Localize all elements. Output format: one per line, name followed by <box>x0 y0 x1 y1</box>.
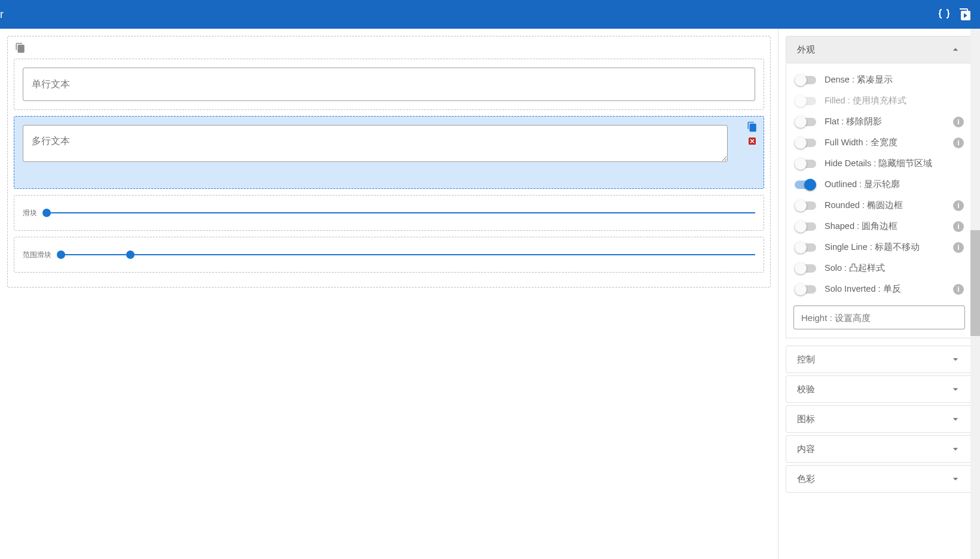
delete-icon[interactable] <box>747 136 758 146</box>
switch[interactable] <box>795 201 816 210</box>
chevron-down-icon <box>950 353 961 365</box>
canvas-block-textarea[interactable] <box>14 116 764 189</box>
toggle-row: Single Line : 标题不移动i <box>793 237 965 258</box>
info-icon[interactable]: i <box>953 221 964 232</box>
height-input[interactable] <box>793 306 965 329</box>
toggle-label: Solo : 凸起样式 <box>825 262 885 274</box>
switch[interactable] <box>795 181 816 189</box>
switch[interactable] <box>795 243 816 252</box>
switch <box>795 97 816 105</box>
canvas-block-slider[interactable]: 滑块 <box>14 195 764 231</box>
toggle-row: Rounded : 椭圆边框i <box>793 195 965 216</box>
section-appearance-body: Dense : 紧凑显示Filled : 使用填充样式Flat : 移除阴影iF… <box>786 63 973 338</box>
section-header[interactable]: 控制 <box>786 346 973 373</box>
topbar: or <box>0 0 980 29</box>
switch[interactable] <box>795 160 816 168</box>
section-header[interactable]: 图标 <box>786 405 973 433</box>
chevron-down-icon <box>950 383 961 395</box>
slider-track[interactable] <box>61 254 755 255</box>
section-title: 色彩 <box>797 474 815 485</box>
canvas-block-textfield[interactable] <box>14 59 764 110</box>
toggle-row: Solo : 凸起样式 <box>793 258 965 279</box>
switch[interactable] <box>795 139 816 147</box>
switch[interactable] <box>795 285 816 294</box>
toggle-label: Filled : 使用填充样式 <box>825 95 906 106</box>
info-icon[interactable]: i <box>953 117 964 127</box>
app-title: or <box>0 8 4 21</box>
toggle-row: Shaped : 圆角边框i <box>793 216 965 237</box>
preview-icon[interactable] <box>957 7 972 22</box>
switch[interactable] <box>795 118 816 126</box>
section-title: 内容 <box>797 444 815 455</box>
section-header[interactable]: 内容 <box>786 435 973 463</box>
section-header[interactable]: 校验 <box>786 375 973 403</box>
toggle-label: Single Line : 标题不移动 <box>825 242 920 253</box>
block-actions <box>747 121 758 146</box>
toggle-row: Solo Inverted : 单反i <box>793 279 965 300</box>
toggle-row: Hide Details : 隐藏细节区域 <box>793 153 965 174</box>
info-icon[interactable]: i <box>953 284 964 295</box>
scrollbar[interactable] <box>970 29 980 559</box>
switch[interactable] <box>795 76 816 84</box>
chevron-down-icon <box>950 413 961 425</box>
chevron-down-icon <box>950 473 961 485</box>
scrollbar-thumb[interactable] <box>970 230 980 336</box>
toggle-label: Rounded : 椭圆边框 <box>825 200 903 211</box>
app-root: or 滑块范围滑块 外观 <box>0 0 980 559</box>
textfield-input[interactable] <box>23 68 755 101</box>
toggle-label: Solo Inverted : 单反 <box>825 283 901 295</box>
section-header[interactable]: 色彩 <box>786 465 973 493</box>
topbar-actions <box>937 7 972 22</box>
switch[interactable] <box>795 264 816 273</box>
textarea-input[interactable] <box>23 125 728 162</box>
slider-label: 范围滑块 <box>23 250 51 260</box>
chevron-down-icon <box>950 443 961 455</box>
canvas-wrap: 滑块范围滑块 <box>0 29 778 559</box>
toggle-label: Outlined : 显示轮廓 <box>825 179 900 190</box>
section-title: 校验 <box>797 384 815 395</box>
duplicate-icon[interactable] <box>747 121 758 132</box>
toggle-row: Full Width : 全宽度i <box>793 132 965 153</box>
chevron-up-icon <box>950 44 961 56</box>
toggle-label: Full Width : 全宽度 <box>825 137 897 148</box>
toggle-row: Outlined : 显示轮廓 <box>793 174 965 195</box>
slider-thumb[interactable] <box>57 251 65 259</box>
properties-sidebar: 外观 Dense : 紧凑显示Filled : 使用填充样式Flat : 移除阴… <box>778 29 980 559</box>
toggle-row: Dense : 紧凑显示 <box>793 69 965 90</box>
section-appearance-header[interactable]: 外观 <box>786 36 973 63</box>
switch[interactable] <box>795 222 816 231</box>
toggle-label: Hide Details : 隐藏细节区域 <box>825 158 932 169</box>
form-canvas[interactable]: 滑块范围滑块 <box>7 36 771 288</box>
json-icon[interactable] <box>937 7 951 22</box>
section-title: 控制 <box>797 354 815 365</box>
section-title: 图标 <box>797 414 815 425</box>
copy-icon[interactable] <box>15 42 26 53</box>
main-area: 滑块范围滑块 外观 Dense : 紧凑显示Filled : 使用填充样式Fla… <box>0 29 980 559</box>
toggle-label: Flat : 移除阴影 <box>825 116 882 127</box>
slider-thumb[interactable] <box>126 251 135 259</box>
section-appearance-title: 外观 <box>797 44 815 56</box>
info-icon[interactable]: i <box>953 242 964 253</box>
slider-thumb[interactable] <box>42 209 51 217</box>
slider-label: 滑块 <box>23 208 37 218</box>
slider-track[interactable] <box>47 212 755 213</box>
toggle-label: Shaped : 圆角边框 <box>825 221 897 232</box>
info-icon[interactable]: i <box>953 138 964 148</box>
toggle-row: Filled : 使用填充样式 <box>793 90 965 111</box>
info-icon[interactable]: i <box>953 200 964 211</box>
toggle-row: Flat : 移除阴影i <box>793 111 965 132</box>
toggle-label: Dense : 紧凑显示 <box>825 74 893 85</box>
canvas-block-range[interactable]: 范围滑块 <box>14 237 764 273</box>
